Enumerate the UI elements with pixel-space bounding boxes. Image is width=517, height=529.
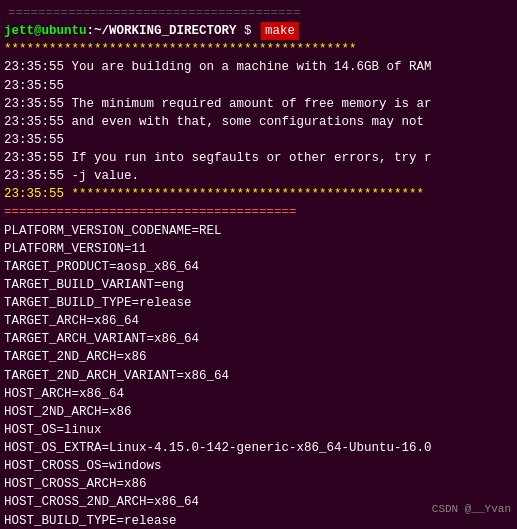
output-text-l17: TARGET_2ND_ARCH_VARIANT=x86_64 [4,367,229,385]
output-line-l9: PLATFORM_VERSION_CODENAME=REL [0,222,517,240]
output-line-l13: TARGET_BUILD_TYPE=release [0,294,517,312]
output-text-l23: HOST_CROSS_ARCH=x86 [4,475,147,493]
prompt-user: jett@ubuntu [4,22,87,40]
output-text-l5: 23:35:55 [4,131,64,149]
output-text-l1: 23:35:55 You are building on a machine w… [4,58,432,76]
top-separator-line: ======================================= [0,4,517,22]
prompt-command: make [261,22,299,40]
output-text-l4: 23:35:55 and even with that, some config… [4,113,424,131]
output-text-l15: TARGET_ARCH_VARIANT=x86_64 [4,330,199,348]
output-line-l11: TARGET_PRODUCT=aosp_x86_64 [0,258,517,276]
output-text-l14: TARGET_ARCH=x86_64 [4,312,139,330]
output-line-l18: HOST_ARCH=x86_64 [0,385,517,403]
output-line-sep2: ======================================= [0,203,517,221]
top-separator-text: ======================================= [4,4,305,22]
output-line-sep1: ****************************************… [0,40,517,58]
output-line-l8: 23:35:55 *******************************… [0,185,517,203]
output-line-l2: 23:35:55 [0,77,517,95]
output-line-l7: 23:35:55 -j value. [0,167,517,185]
output-text-l6: 23:35:55 If you run into segfaults or ot… [4,149,432,167]
stars-line-2: 23:35:55 *******************************… [4,185,424,203]
output-text-l24: HOST_CROSS_2ND_ARCH=x86_64 [4,493,199,511]
output-text-l25: HOST_BUILD_TYPE=release [4,512,177,530]
output-text-l11: TARGET_PRODUCT=aosp_x86_64 [4,258,199,276]
output-line-l6: 23:35:55 If you run into segfaults or ot… [0,149,517,167]
watermark: CSDN @__Yvan [432,503,511,515]
prompt-path: :~/WORKING_DIRECTORY [87,22,237,40]
output-text-l21: HOST_OS_EXTRA=Linux-4.15.0-142-generic-x… [4,439,432,457]
output-text-l7: 23:35:55 -j value. [4,167,139,185]
output-text-l19: HOST_2ND_ARCH=x86 [4,403,132,421]
output-line-l14: TARGET_ARCH=x86_64 [0,312,517,330]
output-text-l16: TARGET_2ND_ARCH=x86 [4,348,147,366]
separator-line-2: ======================================= [4,203,297,221]
output-text-l12: TARGET_BUILD_VARIANT=eng [4,276,184,294]
output-text-l3: 23:35:55 The minimum required amount of … [4,95,432,113]
prompt-dollar: $ [237,22,260,40]
output-line-l4: 23:35:55 and even with that, some config… [0,113,517,131]
output-text-l2: 23:35:55 [4,77,64,95]
output-line-l10: PLATFORM_VERSION=11 [0,240,517,258]
output-line-l23: HOST_CROSS_ARCH=x86 [0,475,517,493]
output-line-l12: TARGET_BUILD_VARIANT=eng [0,276,517,294]
output-line-l1: 23:35:55 You are building on a machine w… [0,58,517,76]
output-text-l13: TARGET_BUILD_TYPE=release [4,294,192,312]
output-line-l17: TARGET_2ND_ARCH_VARIANT=x86_64 [0,367,517,385]
output-text-l9: PLATFORM_VERSION_CODENAME=REL [4,222,222,240]
output-line-l16: TARGET_2ND_ARCH=x86 [0,348,517,366]
output-line-l21: HOST_OS_EXTRA=Linux-4.15.0-142-generic-x… [0,439,517,457]
stars-line-1: ****************************************… [4,40,357,58]
output-line-l20: HOST_OS=linux [0,421,517,439]
output-text-l20: HOST_OS=linux [4,421,102,439]
terminal-window: ======================================= … [0,0,517,529]
output-text-l10: PLATFORM_VERSION=11 [4,240,147,258]
output-line-l3: 23:35:55 The minimum required amount of … [0,95,517,113]
output-text-l18: HOST_ARCH=x86_64 [4,385,124,403]
prompt-line: jett@ubuntu:~/WORKING_DIRECTORY $ make [0,22,517,40]
output-line-l15: TARGET_ARCH_VARIANT=x86_64 [0,330,517,348]
output-text-l22: HOST_CROSS_OS=windows [4,457,162,475]
output-line-l19: HOST_2ND_ARCH=x86 [0,403,517,421]
output-line-l5: 23:35:55 [0,131,517,149]
output-line-l22: HOST_CROSS_OS=windows [0,457,517,475]
